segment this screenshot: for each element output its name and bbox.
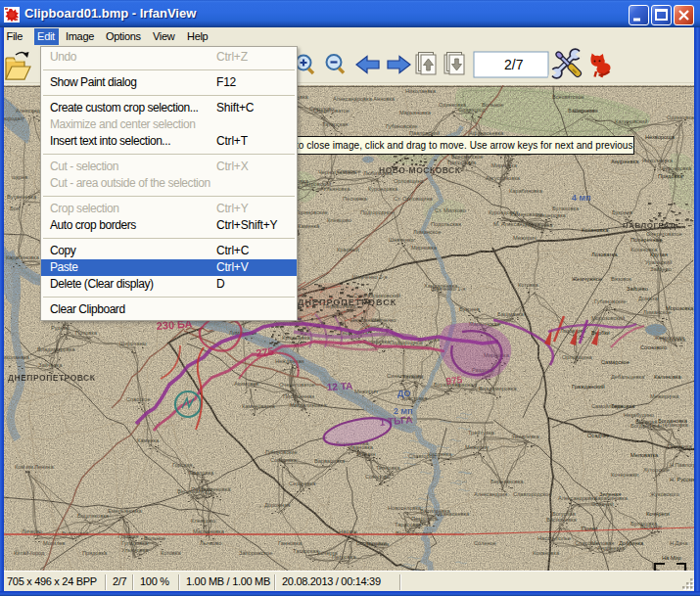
svg-text:275: 275 xyxy=(256,345,275,359)
svg-text:Вербки: Вербки xyxy=(591,330,610,336)
svg-text:12 ТА: 12 ТА xyxy=(327,381,353,392)
svg-text:Андреевка: Андреевка xyxy=(611,159,639,164)
svg-text:На Мир: На Мир xyxy=(662,555,681,561)
svg-text:4 мп: 4 мп xyxy=(572,193,591,203)
svg-text:Кохановка: Кохановка xyxy=(582,227,609,233)
svg-text:Добринка: Добринка xyxy=(619,540,644,546)
svg-text:Терновка: Терновка xyxy=(611,403,635,409)
svg-text:Лозоватка: Лозоватка xyxy=(591,252,618,257)
svg-text:Осадчее: Осадчее xyxy=(587,433,610,438)
svg-text:Гражданский: Гражданский xyxy=(572,384,605,390)
svg-text:Калиновка: Калиновка xyxy=(654,374,682,380)
svg-text:Меловатка: Меловатка xyxy=(630,452,659,458)
svg-text:Самарское: Самарское xyxy=(601,359,630,365)
svg-text:Кочереги: Кочереги xyxy=(646,511,670,517)
svg-text:Жемчужное: Жемчужное xyxy=(572,276,602,282)
svg-text:Н. Русские: Н. Русские xyxy=(670,477,694,482)
svg-text:2/7: 2/7 xyxy=(504,57,524,72)
svg-text:ДО: ДО xyxy=(397,389,410,398)
svg-text:Богдановка: Богдановка xyxy=(658,418,688,424)
svg-text:975: 975 xyxy=(445,374,463,387)
svg-text:Крутая: Крутая xyxy=(650,252,668,257)
svg-text:Зайцево: Зайцево xyxy=(627,286,648,292)
svg-text:Зеленая: Зеленая xyxy=(599,491,621,497)
svg-text:Нехвороща: Нехвороща xyxy=(645,134,676,140)
svg-text:Прядовка: Прядовка xyxy=(658,173,683,179)
svg-text:2 мп: 2 мп xyxy=(394,406,413,416)
svg-text:Морозовка: Морозовка xyxy=(666,305,694,311)
svg-text:Поперечная: Поперечная xyxy=(630,237,661,243)
svg-text:Соснового: Соснового xyxy=(640,344,667,350)
